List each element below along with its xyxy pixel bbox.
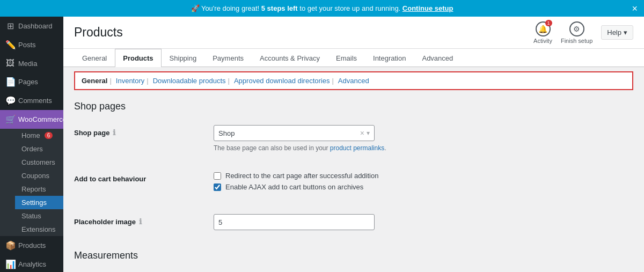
placeholder-image-label: Placeholder image ℹ (74, 214, 214, 226)
tab-products[interactable]: Products (115, 49, 161, 67)
shop-page-help-icon[interactable]: ℹ (113, 128, 115, 137)
sidebar-label-home: Home (21, 131, 40, 139)
notice-close-button[interactable]: × (632, 4, 638, 13)
sidebar-label-extensions: Extensions (21, 225, 56, 233)
activity-badge: 1 (545, 20, 552, 26)
top-bar-actions: 🔔 1 Activity ⚙ Finish setup Help ▾ (533, 21, 633, 44)
placeholder-help-icon[interactable]: ℹ (139, 217, 142, 226)
shop-page-control: Shop × ▾ The base page can also be used … (214, 125, 633, 152)
sidebar-item-dashboard[interactable]: ⊞ Dashboard (0, 17, 63, 35)
product-permalinks-link[interactable]: product permalinks (330, 144, 384, 152)
notice-bar: 🚀 You're doing great! 5 steps left to ge… (0, 0, 644, 17)
add-to-cart-row: Add to cart behaviour Redirect to the ca… (74, 172, 633, 203)
redirect-checkbox-row: Redirect to the cart page after successf… (214, 172, 633, 180)
analytics-icon: 📊 (5, 259, 15, 269)
finish-setup-button[interactable]: ⚙ Finish setup (561, 21, 592, 44)
sidebar-label-orders: Orders (21, 145, 43, 153)
sidebar-label-woocommerce: WooCommerce (18, 115, 63, 123)
sidebar-item-comments[interactable]: 💬 Comments (0, 91, 63, 110)
woo-submenu: Home 6 Orders Customers Coupons Reports … (0, 129, 63, 236)
sidebar-item-orders[interactable]: Orders (15, 142, 63, 156)
sidebar-label-media: Media (18, 60, 37, 68)
help-label: Help (607, 28, 621, 36)
subtab-sep-2: | (147, 77, 148, 85)
shop-page-value: Shop (218, 129, 235, 137)
sidebar-item-reports[interactable]: Reports (15, 182, 63, 196)
woocommerce-icon: 🛒 (5, 114, 15, 124)
tab-emails[interactable]: Emails (328, 49, 365, 67)
subtab-advanced[interactable]: Advanced (338, 77, 369, 85)
pages-icon: 📄 (5, 77, 15, 87)
tab-general[interactable]: General (74, 49, 115, 67)
placeholder-image-control (214, 214, 633, 230)
subtab-sep-1: | (109, 77, 111, 85)
sidebar-item-settings[interactable]: Settings (15, 196, 63, 209)
top-bar: Products 🔔 1 Activity ⚙ Finish setup (63, 17, 644, 49)
sidebar-item-home[interactable]: Home 6 (15, 129, 63, 142)
dashboard-icon: ⊞ (5, 21, 15, 31)
sidebar-item-pages[interactable]: 📄 Pages (0, 72, 63, 91)
sidebar-item-status[interactable]: Status (15, 209, 63, 223)
settings-form: Shop pages Shop page ℹ Shop × ▾ (63, 90, 644, 272)
page-title: Products (74, 25, 123, 40)
sidebar-label-products: Products (18, 241, 46, 249)
tab-accounts-privacy[interactable]: Accounts & Privacy (252, 49, 328, 67)
sidebar-label-dashboard: Dashboard (18, 22, 53, 30)
products-icon: 📦 (5, 240, 15, 251)
shop-page-row: Shop page ℹ Shop × ▾ The base page can a… (74, 125, 633, 161)
posts-icon: ✏️ (5, 40, 15, 50)
subtab-general[interactable]: General (82, 77, 107, 85)
sidebar-item-coupons[interactable]: Coupons (15, 169, 63, 182)
activity-label: Activity (533, 38, 552, 44)
shop-page-dropdown-arrow: ▾ (367, 129, 370, 137)
continue-setup-link[interactable]: Continue setup (402, 4, 453, 12)
sidebar-label-pages: Pages (18, 78, 38, 86)
sidebar-item-products[interactable]: 📦 Products (0, 236, 63, 255)
shop-page-label: Shop page ℹ (74, 125, 214, 137)
sidebar-item-media[interactable]: 🖼 Media (0, 54, 63, 72)
subtab-approved[interactable]: Approved download directories (234, 77, 330, 85)
add-to-cart-label: Add to cart behaviour (74, 172, 214, 183)
redirect-checkbox[interactable] (214, 172, 221, 180)
home-badge: 6 (45, 132, 53, 139)
sidebar-label-coupons: Coupons (21, 172, 49, 180)
sidebar-label-settings: Settings (21, 199, 47, 207)
tab-advanced[interactable]: Advanced (414, 49, 461, 67)
shop-page-select[interactable]: Shop × ▾ (214, 125, 375, 141)
help-chevron-icon: ▾ (624, 28, 627, 36)
tab-payments[interactable]: Payments (204, 49, 252, 67)
product-subtabs: General | Inventory | Downloadable produ… (74, 71, 633, 90)
finish-setup-icon: ⚙ (569, 21, 584, 36)
sidebar-item-woocommerce[interactable]: 🛒 WooCommerce (0, 110, 63, 129)
subtab-sep-3: | (228, 77, 230, 85)
main-layout: ⊞ Dashboard ✏️ Posts 🖼 Media 📄 Pages 💬 C… (0, 17, 644, 272)
ajax-checkbox-row: Enable AJAX add to cart buttons on archi… (214, 183, 633, 191)
ajax-checkbox[interactable] (214, 183, 221, 191)
sidebar-item-extensions[interactable]: Extensions (15, 223, 63, 236)
subtab-inventory[interactable]: Inventory (116, 77, 144, 85)
placeholder-image-input[interactable] (214, 214, 375, 230)
tab-shipping[interactable]: Shipping (162, 49, 205, 67)
sidebar-label-customers: Customers (21, 158, 55, 166)
measurements-section-title: Measurements (74, 250, 633, 266)
shop-page-help-text: The base page can also be used in your p… (214, 144, 633, 152)
sidebar-label-comments: Comments (18, 97, 52, 105)
sidebar-item-posts[interactable]: ✏️ Posts (0, 35, 63, 54)
finish-setup-label: Finish setup (561, 38, 592, 44)
tab-integration[interactable]: Integration (365, 49, 414, 67)
settings-tabs: General Products Shipping Payments Accou… (63, 49, 644, 67)
comments-icon: 💬 (5, 95, 15, 106)
sidebar-item-customers[interactable]: Customers (15, 156, 63, 169)
sidebar: ⊞ Dashboard ✏️ Posts 🖼 Media 📄 Pages 💬 C… (0, 17, 63, 272)
sidebar-label-analytics: Analytics (18, 260, 46, 268)
ajax-label: Enable AJAX add to cart buttons on archi… (225, 183, 363, 191)
sidebar-item-analytics[interactable]: 📊 Analytics (0, 255, 63, 272)
help-button[interactable]: Help ▾ (601, 25, 633, 40)
main-content: Products 🔔 1 Activity ⚙ Finish setup (63, 17, 644, 272)
shop-pages-section-title: Shop pages (74, 101, 633, 116)
sidebar-label-reports: Reports (21, 185, 46, 193)
shop-page-clear-button[interactable]: × (360, 129, 364, 137)
activity-button[interactable]: 🔔 1 Activity (533, 21, 552, 44)
subtab-downloadable[interactable]: Downloadable products (153, 77, 226, 85)
media-icon: 🖼 (5, 58, 15, 68)
